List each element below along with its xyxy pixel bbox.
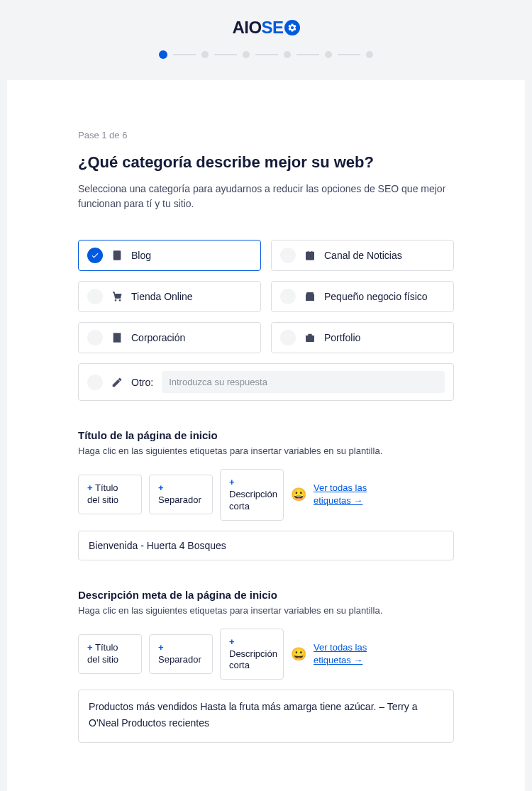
meta-desc-hint: Haga clic en las siguientes etiquetas pa… (78, 605, 454, 616)
category-label: Canal de Noticias (324, 250, 402, 261)
logo-aio: AIO (232, 18, 261, 38)
emoji-icon[interactable]: 😀 (291, 487, 306, 502)
document-icon (111, 250, 123, 261)
step-line (173, 54, 196, 55)
svg-rect-10 (113, 333, 120, 342)
radio-icon (87, 289, 103, 304)
stepper (0, 50, 532, 59)
logo: AIOSE (232, 18, 299, 38)
radio-icon (280, 289, 296, 304)
tag-row: + Título del sitio + Separador + Descrip… (78, 629, 454, 680)
svg-point-9 (119, 300, 120, 301)
meta-desc-input[interactable]: Productos más vendidos Hasta la fruta má… (78, 690, 454, 743)
calendar-icon (304, 250, 316, 261)
category-label: Portfolio (324, 332, 360, 343)
category-label: Otro: (131, 377, 153, 388)
building-icon (111, 332, 123, 343)
category-other[interactable]: Otro: (78, 363, 454, 401)
briefcase-icon (304, 332, 316, 343)
see-all-tags-link[interactable]: Ver todas las etiquetas → (314, 641, 370, 667)
step-dot-6 (366, 51, 373, 58)
svg-rect-17 (306, 336, 314, 341)
radio-icon (280, 248, 296, 263)
main-card: Pase 1 de 6 ¿Qué categoría describe mejo… (7, 80, 525, 791)
tag-row: + Título del sitio + Separador + Descrip… (78, 469, 454, 521)
step-line (338, 54, 360, 55)
radio-icon (280, 330, 296, 345)
tag-separator[interactable]: + Separador (149, 475, 213, 514)
step-text: Pase 1 de 6 (78, 130, 454, 140)
category-label: Tienda Online (131, 291, 193, 302)
tag-separator[interactable]: + Separador (149, 634, 213, 674)
step-dot-4 (284, 51, 291, 58)
tag-short-desc[interactable]: + Descripción corta (220, 629, 284, 680)
emoji-icon[interactable]: 😀 (291, 646, 306, 662)
step-dot-1 (159, 50, 167, 59)
home-title-hint: Haga clic en las siguientes etiquetas pa… (78, 446, 454, 456)
page-subtitle: Selecciona una categoría para ayudarnos … (78, 182, 454, 211)
step-line (255, 54, 278, 55)
category-local[interactable]: Pequeño negocio físico (271, 281, 454, 312)
meta-desc-heading: Descripción meta de la página de inicio (78, 589, 454, 601)
tag-site-title[interactable]: + Título del sitio (78, 634, 142, 674)
category-label: Corporación (131, 332, 185, 343)
svg-point-8 (115, 300, 116, 301)
category-label: Blog (131, 250, 151, 261)
store-icon (304, 291, 316, 302)
other-input[interactable] (162, 371, 445, 393)
step-dot-2 (201, 51, 209, 58)
radio-icon (87, 330, 103, 345)
category-label: Pequeño negocio físico (324, 291, 428, 302)
pencil-icon (111, 377, 123, 388)
tag-site-title[interactable]: + Título del sitio (78, 475, 142, 514)
page-title: ¿Qué categoría describe mejor su web? (78, 153, 454, 172)
gear-icon (284, 20, 300, 35)
radio-checked-icon (87, 248, 103, 263)
home-title-heading: Título de la página de inicio (78, 429, 454, 441)
tag-short-desc[interactable]: + Descripción corta (220, 469, 284, 521)
cart-icon (111, 291, 123, 302)
svg-rect-4 (306, 252, 314, 260)
category-news[interactable]: Canal de Noticias (271, 240, 454, 271)
step-line (214, 54, 237, 55)
category-portfolio[interactable]: Portfolio (271, 322, 454, 353)
category-corp[interactable]: Corporación (78, 322, 261, 353)
category-store[interactable]: Tienda Online (78, 281, 261, 312)
radio-icon (87, 375, 103, 390)
step-dot-3 (243, 51, 250, 58)
home-title-input[interactable]: Bienvenida - Huerta 4 Bosques (78, 531, 454, 560)
category-blog[interactable]: Blog (78, 240, 261, 271)
logo-se: SE (262, 18, 284, 38)
step-line (297, 54, 319, 55)
step-dot-5 (325, 51, 332, 58)
category-grid: Blog Canal de Noticias Tienda Online Peq… (78, 240, 454, 401)
see-all-tags-link[interactable]: Ver todas las etiquetas → (314, 482, 370, 507)
